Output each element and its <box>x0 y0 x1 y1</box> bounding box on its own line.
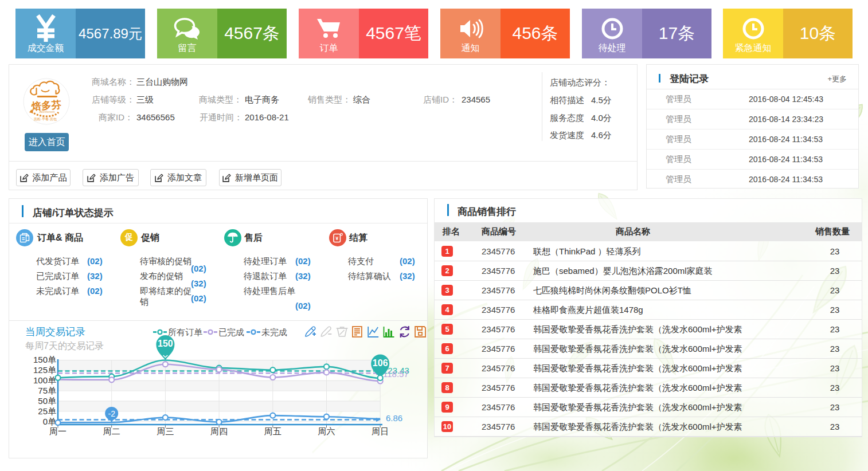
svg-text:0单: 0单 <box>43 417 56 426</box>
svg-text:周六: 周六 <box>318 426 335 436</box>
svg-text:Beethoven: Beethoven <box>39 109 54 113</box>
svg-text:25单: 25单 <box>38 406 56 416</box>
svg-text:周四: 周四 <box>210 426 228 436</box>
svg-text:150: 150 <box>158 339 173 348</box>
svg-text:面粉·早餐·面包: 面粉·早餐·面包 <box>34 117 57 121</box>
svg-text:125单: 125单 <box>33 365 56 375</box>
svg-text:周日: 周日 <box>372 426 389 436</box>
svg-text:6.86: 6.86 <box>386 413 402 423</box>
svg-text:周五: 周五 <box>264 426 281 436</box>
svg-text:100单: 100单 <box>33 375 56 385</box>
svg-text:周二: 周二 <box>103 426 120 436</box>
svg-text:¥: ¥ <box>335 236 338 241</box>
svg-text:周一: 周一 <box>49 426 67 436</box>
svg-text:150单: 150单 <box>33 355 56 364</box>
svg-text:周三: 周三 <box>157 426 174 436</box>
svg-text:50单: 50单 <box>38 396 56 406</box>
svg-text:106: 106 <box>373 358 388 368</box>
svg-text:-2: -2 <box>108 409 115 418</box>
svg-text:75单: 75单 <box>38 386 56 395</box>
